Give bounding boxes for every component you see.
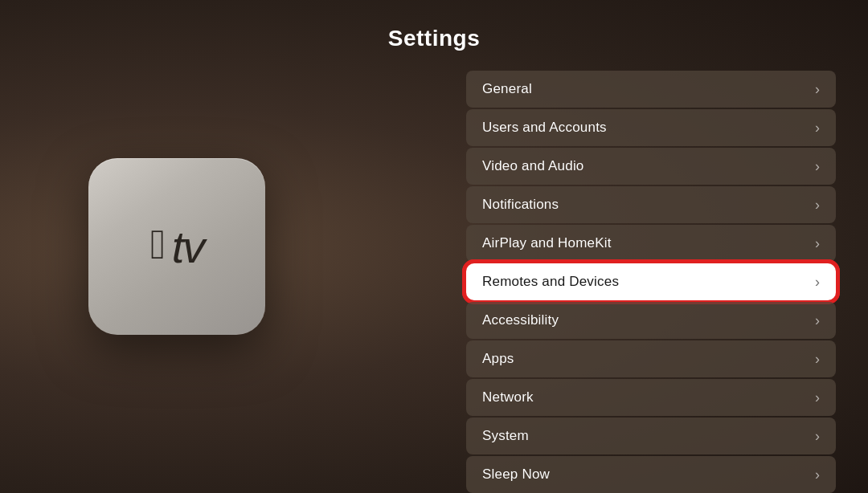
settings-item-network[interactable]: Network› [466, 379, 836, 416]
chevron-icon-sleep-now: › [815, 467, 820, 483]
chevron-icon-video-and-audio: › [815, 158, 820, 175]
apple-tv-device:  tv [88, 158, 265, 335]
settings-list: General›Users and Accounts›Video and Aud… [466, 71, 836, 493]
settings-item-notifications[interactable]: Notifications› [466, 186, 836, 223]
settings-item-label-video-and-audio: Video and Audio [482, 158, 584, 174]
chevron-icon-notifications: › [815, 197, 820, 214]
chevron-icon-network: › [815, 389, 820, 406]
tv-label: tv [172, 221, 204, 273]
settings-item-label-system: System [482, 428, 529, 444]
settings-item-remotes-and-devices[interactable]: Remotes and Devices› [466, 263, 836, 300]
settings-item-label-airplay-and-homekit: AirPlay and HomeKit [482, 235, 612, 251]
settings-item-label-remotes-and-devices: Remotes and Devices [482, 274, 619, 290]
settings-item-label-sleep-now: Sleep Now [482, 467, 550, 483]
settings-item-label-users-and-accounts: Users and Accounts [482, 120, 607, 136]
apple-icon:  [150, 223, 166, 265]
settings-item-label-apps: Apps [482, 351, 514, 367]
chevron-icon-system: › [815, 428, 820, 445]
chevron-icon-general: › [815, 81, 820, 98]
settings-item-sleep-now[interactable]: Sleep Now› [466, 456, 836, 493]
chevron-icon-users-and-accounts: › [815, 120, 820, 136]
settings-item-label-general: General [482, 81, 532, 97]
settings-item-label-accessibility: Accessibility [482, 312, 559, 328]
chevron-icon-airplay-and-homekit: › [815, 235, 820, 252]
settings-item-apps[interactable]: Apps› [466, 340, 836, 377]
settings-item-general[interactable]: General› [466, 71, 836, 108]
apple-tv-logo:  tv [150, 221, 204, 273]
settings-item-accessibility[interactable]: Accessibility› [466, 302, 836, 339]
settings-item-label-notifications: Notifications [482, 197, 559, 213]
page-title: Settings [388, 26, 480, 51]
chevron-icon-remotes-and-devices: › [815, 274, 820, 291]
settings-item-airplay-and-homekit[interactable]: AirPlay and HomeKit› [466, 225, 836, 262]
settings-item-system[interactable]: System› [466, 418, 836, 454]
settings-item-video-and-audio[interactable]: Video and Audio› [466, 148, 836, 185]
settings-item-users-and-accounts[interactable]: Users and Accounts› [466, 109, 836, 146]
chevron-icon-apps: › [815, 351, 820, 368]
settings-item-label-network: Network [482, 389, 534, 405]
chevron-icon-accessibility: › [815, 312, 820, 329]
